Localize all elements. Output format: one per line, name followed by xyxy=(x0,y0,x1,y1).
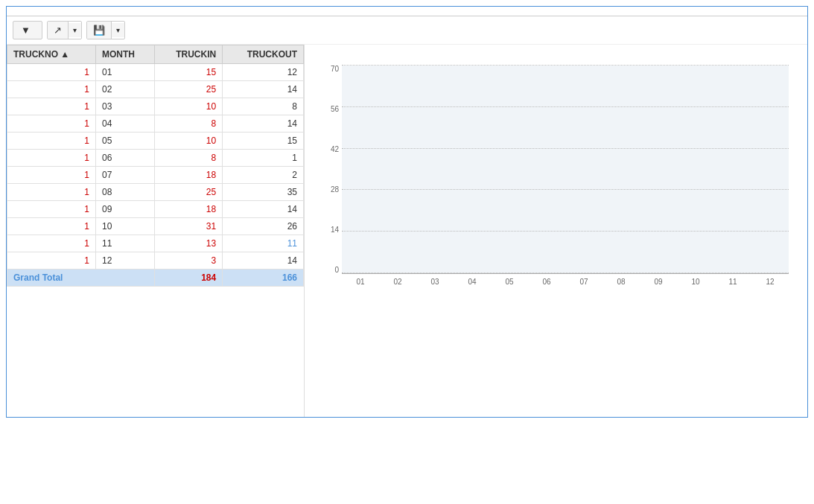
cell-truckout: 14 xyxy=(223,201,304,218)
cell-truckno: 1 xyxy=(7,167,96,184)
export-dropdown-arrow[interactable]: ▾ xyxy=(69,23,81,37)
cell-month: 11 xyxy=(95,235,154,252)
y-axis-label: 0 xyxy=(334,267,339,274)
x-axis-label: 09 xyxy=(640,278,677,286)
x-axis-label: 02 xyxy=(379,278,416,286)
cell-truckout: 12 xyxy=(223,64,304,81)
y-axis-label: 28 xyxy=(331,186,339,194)
cell-month: 03 xyxy=(95,98,154,115)
table-row: 1 08 25 35 xyxy=(7,184,304,201)
data-table: TRUCKNO ▲ MONTH TRUCKIN TRUCKOUT 1 01 15… xyxy=(7,45,304,287)
cell-truckin: 13 xyxy=(154,235,223,252)
bar-group xyxy=(382,66,419,274)
cell-month: 07 xyxy=(95,167,154,184)
bar-group xyxy=(346,66,382,274)
save-dropdown-arrow[interactable]: ▾ xyxy=(112,23,124,37)
bars-container xyxy=(342,66,789,274)
cell-month: 12 xyxy=(95,252,154,269)
table-row: 1 04 8 14 xyxy=(7,115,304,133)
table-row: 1 10 31 26 xyxy=(7,218,304,235)
save-button[interactable]: 💾 xyxy=(87,22,112,39)
cell-month: 08 xyxy=(95,184,154,201)
bar-group xyxy=(492,66,529,274)
main-container: ▼ ↗ ▾ 💾 ▾ TRUCKNO ▲ xyxy=(6,6,808,418)
table-row: 1 09 18 14 xyxy=(7,201,304,218)
cell-truckout: 11 xyxy=(223,235,304,252)
cell-truckno: 1 xyxy=(7,98,96,115)
x-axis-label: 11 xyxy=(714,278,751,286)
cell-truckno: 1 xyxy=(7,133,96,150)
chevron-down-icon: ▾ xyxy=(73,26,77,34)
cell-truckno: 1 xyxy=(7,150,96,167)
y-axis-label: 70 xyxy=(331,66,339,73)
y-axis-label: 42 xyxy=(331,146,339,153)
cell-month: 09 xyxy=(95,201,154,218)
make-selections-button[interactable]: ▼ xyxy=(13,21,42,39)
bar-group xyxy=(638,66,675,274)
cell-truckin: 3 xyxy=(154,252,223,269)
cell-truckin: 10 xyxy=(154,98,223,115)
table-row: 1 05 10 15 xyxy=(7,133,304,150)
export-icon: ↗ xyxy=(54,25,62,36)
col-header-month[interactable]: MONTH xyxy=(95,45,154,64)
toolbar: ▼ ↗ ▾ 💾 ▾ xyxy=(7,16,807,45)
cell-truckin: 25 xyxy=(154,81,223,98)
bar-group xyxy=(456,66,492,274)
x-axis-label: 12 xyxy=(751,278,789,286)
col-header-truckin[interactable]: TRUCKIN xyxy=(154,45,223,64)
table-row: 1 07 18 2 xyxy=(7,167,304,184)
table-section: TRUCKNO ▲ MONTH TRUCKIN TRUCKOUT 1 01 15… xyxy=(7,45,305,417)
cell-truckno: 1 xyxy=(7,64,96,81)
table-row: 1 11 13 11 xyxy=(7,235,304,252)
x-axis-label: 04 xyxy=(454,278,491,286)
table-header-row: TRUCKNO ▲ MONTH TRUCKIN TRUCKOUT xyxy=(7,45,304,64)
export-button[interactable]: ↗ xyxy=(48,22,69,39)
y-axis: 01428425670 xyxy=(316,66,342,274)
cell-truckout: 35 xyxy=(223,184,304,201)
cell-truckout: 15 xyxy=(223,133,304,150)
cell-truckno: 1 xyxy=(7,81,96,98)
cell-truckno: 1 xyxy=(7,115,96,133)
y-axis-label: 56 xyxy=(331,106,339,113)
bar-group xyxy=(529,66,565,274)
cell-month: 10 xyxy=(95,218,154,235)
x-axis-label: 05 xyxy=(491,278,528,286)
cell-truckin: 31 xyxy=(154,218,223,235)
cell-month: 05 xyxy=(95,133,154,150)
cell-month: 01 xyxy=(95,64,154,81)
cell-month: 06 xyxy=(95,150,154,167)
cell-truckout: 14 xyxy=(223,81,304,98)
bar-group xyxy=(565,66,602,274)
table-row: 1 02 25 14 xyxy=(7,81,304,98)
bar-group xyxy=(602,66,638,274)
y-axis-label: 14 xyxy=(331,226,339,234)
table-row: 1 03 10 8 xyxy=(7,98,304,115)
x-axis-label: 08 xyxy=(602,278,640,286)
grand-total-truckin: 184 xyxy=(154,269,223,287)
table-row: 1 12 3 14 xyxy=(7,252,304,269)
col-header-truckno[interactable]: TRUCKNO ▲ xyxy=(7,45,96,64)
bar-group xyxy=(748,66,785,274)
cell-truckout: 8 xyxy=(223,98,304,115)
save-icon: 💾 xyxy=(93,25,105,36)
bar-group xyxy=(712,66,748,274)
col-header-truckout[interactable]: TRUCKOUT xyxy=(223,45,304,64)
filter-icon: ▼ xyxy=(21,25,31,36)
cell-truckout: 14 xyxy=(223,115,304,133)
x-axis-label: 07 xyxy=(565,278,602,286)
bar-group xyxy=(419,66,455,274)
cell-month: 02 xyxy=(95,81,154,98)
chart-wrapper: 01428425670 010203040506070809101112 xyxy=(316,58,796,296)
x-axis: 010203040506070809101112 xyxy=(342,278,789,296)
grand-total-row: Grand Total 184 166 xyxy=(7,269,304,287)
chevron-down-icon-2: ▾ xyxy=(116,26,120,34)
cell-truckno: 1 xyxy=(7,252,96,269)
main-content: TRUCKNO ▲ MONTH TRUCKIN TRUCKOUT 1 01 15… xyxy=(7,45,807,417)
export-button-group: ↗ ▾ xyxy=(47,21,82,39)
bar-group xyxy=(675,66,712,274)
x-axis-label: 01 xyxy=(342,278,379,286)
cell-truckno: 1 xyxy=(7,235,96,252)
cell-month: 04 xyxy=(95,115,154,133)
cell-truckno: 1 xyxy=(7,218,96,235)
x-axis-label: 10 xyxy=(677,278,714,286)
